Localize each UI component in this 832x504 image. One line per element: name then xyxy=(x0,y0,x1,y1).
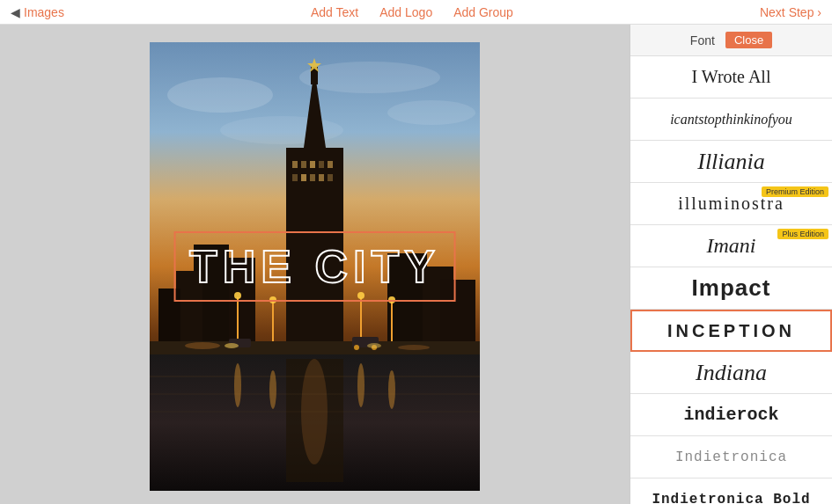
svg-rect-12 xyxy=(319,161,324,168)
font-item-label: indierock xyxy=(683,405,778,425)
svg-point-49 xyxy=(225,343,239,348)
svg-rect-18 xyxy=(328,174,333,181)
svg-point-52 xyxy=(398,345,430,350)
font-item-indiana[interactable]: Indiana xyxy=(630,352,832,394)
svg-point-50 xyxy=(367,343,381,348)
close-font-panel-button[interactable]: Close xyxy=(725,32,772,48)
svg-rect-17 xyxy=(319,174,324,181)
font-item-illuminostra[interactable]: illuminostraPremium Edition xyxy=(630,183,832,225)
svg-rect-14 xyxy=(292,174,298,181)
font-panel-title: Font xyxy=(690,33,715,47)
svg-point-44 xyxy=(388,370,395,409)
svg-point-41 xyxy=(269,370,276,409)
font-item-inception[interactable]: INCEPTION xyxy=(630,310,832,352)
font-badge: Plus Edition xyxy=(777,229,828,239)
svg-point-4 xyxy=(220,116,343,144)
font-item-indierock[interactable]: indierock xyxy=(630,394,832,436)
font-item-label: Indietronica Bold xyxy=(652,492,810,505)
font-badge: Premium Edition xyxy=(762,186,828,197)
font-item-icantstop[interactable]: icantstopthinkinofyou xyxy=(630,99,832,141)
svg-point-2 xyxy=(299,62,440,93)
font-item-imani[interactable]: ImaniPlus Edition xyxy=(630,225,832,267)
svg-point-42 xyxy=(301,359,328,464)
font-item-label: INCEPTION xyxy=(667,321,795,341)
font-item-impact[interactable]: Impact xyxy=(630,267,832,310)
add-text-button[interactable]: Add Text xyxy=(311,5,358,19)
font-list: I Wrote AllicantstopthinkinofyouIlliania… xyxy=(630,56,832,504)
font-item-label: Impact xyxy=(692,274,771,302)
svg-point-51 xyxy=(185,342,220,349)
svg-point-1 xyxy=(167,77,273,113)
font-item-label: I Wrote All xyxy=(692,67,771,87)
toolbar-actions: Add Text Add Logo Add Group xyxy=(311,5,513,19)
font-item-label: Illiania xyxy=(697,149,765,175)
font-item-label: Indietronica xyxy=(675,449,787,465)
svg-point-40 xyxy=(234,363,241,407)
next-step-button[interactable]: Next Step › xyxy=(760,5,821,19)
add-logo-button[interactable]: Add Logo xyxy=(379,5,432,19)
font-panel: Font Close I Wrote Allicantstopthinkinof… xyxy=(630,25,832,504)
font-item-indietronica[interactable]: Indietronica xyxy=(630,436,832,478)
image-canvas[interactable]: THE CITY xyxy=(150,42,480,491)
font-item-label: Imani xyxy=(707,234,756,258)
svg-rect-11 xyxy=(310,161,315,168)
svg-rect-10 xyxy=(301,161,306,168)
svg-rect-15 xyxy=(301,174,306,181)
back-navigation[interactable]: ◀ Images xyxy=(11,5,64,19)
svg-rect-13 xyxy=(328,161,333,168)
canvas-text-overlay[interactable]: THE CITY xyxy=(173,231,456,302)
svg-rect-16 xyxy=(310,174,315,181)
svg-point-3 xyxy=(387,100,475,125)
svg-point-47 xyxy=(354,345,359,350)
svg-point-43 xyxy=(357,363,364,407)
canvas-area: THE CITY xyxy=(0,25,630,504)
overlay-text: THE CITY xyxy=(189,241,440,292)
font-item-indietronica-bold[interactable]: Indietronica Bold xyxy=(630,478,832,504)
svg-rect-9 xyxy=(292,161,298,168)
add-group-button[interactable]: Add Group xyxy=(453,5,513,19)
font-item-i-wrote-all[interactable]: I Wrote All xyxy=(630,56,832,99)
font-item-illiania[interactable]: Illiania xyxy=(630,141,832,183)
back-arrow-icon: ◀ xyxy=(11,5,20,19)
font-item-label: Indiana xyxy=(696,360,767,386)
images-link[interactable]: Images xyxy=(24,5,64,19)
font-item-label: icantstopthinkinofyou xyxy=(670,112,792,128)
font-panel-header: Font Close xyxy=(630,25,832,56)
